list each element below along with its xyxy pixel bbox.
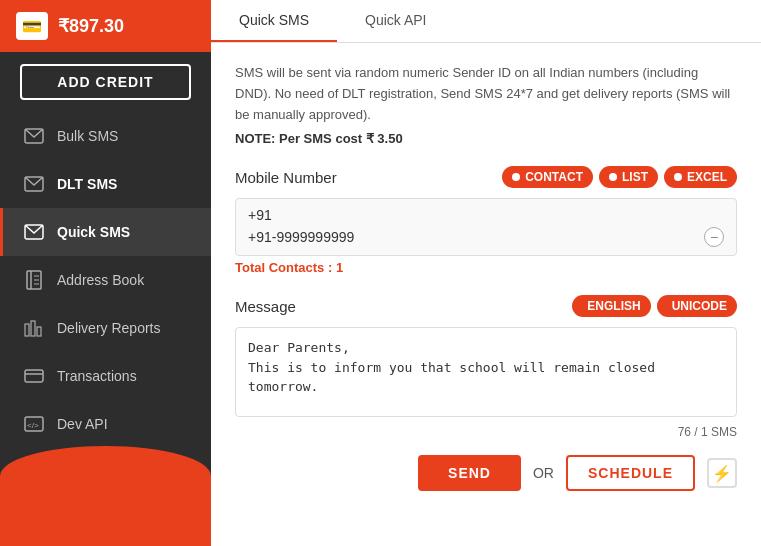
excel-badge-label: EXCEL — [687, 170, 727, 184]
mobile-number-entry-row: +91-9999999999 − — [248, 227, 724, 247]
sidebar-item-delivery-reports[interactable]: Delivery Reports — [0, 304, 211, 352]
delivery-reports-label: Delivery Reports — [57, 320, 160, 336]
bulk-sms-label: Bulk SMS — [57, 128, 118, 144]
sidebar-header: 💳 ₹897.30 — [0, 0, 211, 52]
add-credit-button[interactable]: ADD CREDIT — [20, 64, 191, 100]
sidebar-item-dev-api[interactable]: </> Dev API — [0, 400, 211, 448]
tab-quick-sms[interactable]: Quick SMS — [211, 0, 337, 42]
message-label: Message — [235, 298, 296, 315]
delivery-reports-icon — [23, 317, 45, 339]
info-text: SMS will be sent via random numeric Send… — [235, 63, 737, 125]
content-area: SMS will be sent via random numeric Send… — [211, 43, 761, 546]
list-badge-label: LIST — [622, 170, 648, 184]
tabs-bar: Quick SMS Quick API — [211, 0, 761, 43]
dlt-sms-label: DLT SMS — [57, 176, 117, 192]
actions-row: SEND OR SCHEDULE ⚡ — [235, 455, 737, 491]
dev-api-icon: </> — [23, 413, 45, 435]
contact-radio — [512, 173, 520, 181]
sidebar-item-address-book[interactable]: Address Book — [0, 256, 211, 304]
mobile-input-box: +91 +91-9999999999 − — [235, 198, 737, 256]
contact-badge[interactable]: CONTACT — [502, 166, 593, 188]
list-badge[interactable]: LIST — [599, 166, 658, 188]
quick-sms-icon — [23, 221, 45, 243]
total-contacts: Total Contacts : 1 — [235, 260, 737, 275]
total-contacts-prefix: Total Contacts : — [235, 260, 336, 275]
sidebar-item-quick-sms[interactable]: Quick SMS — [0, 208, 211, 256]
sidebar-item-transactions[interactable]: Transactions — [0, 352, 211, 400]
lang-badge-group: ENGLISH UNICODE — [572, 295, 737, 317]
mobile-number-value: +91-9999999999 — [248, 229, 354, 245]
svg-rect-8 — [25, 324, 29, 336]
mobile-number-row: Mobile Number CONTACT LIST EXCEL — [235, 166, 737, 188]
send-button[interactable]: SEND — [418, 455, 521, 491]
sidebar-item-dlt-sms[interactable]: DLT SMS — [0, 160, 211, 208]
english-badge-label: ENGLISH — [587, 299, 640, 313]
dlt-sms-icon — [23, 173, 45, 195]
unicode-badge-label: UNICODE — [672, 299, 727, 313]
svg-rect-11 — [25, 370, 43, 382]
balance-display: ₹897.30 — [58, 15, 124, 37]
list-radio — [609, 173, 617, 181]
excel-badge[interactable]: EXCEL — [664, 166, 737, 188]
transactions-label: Transactions — [57, 368, 137, 384]
contact-badge-label: CONTACT — [525, 170, 583, 184]
svg-text:</>: </> — [27, 421, 39, 430]
sms-count: 76 / 1 SMS — [235, 425, 737, 439]
mobile-badge-group: CONTACT LIST EXCEL — [502, 166, 737, 188]
dev-api-label: Dev API — [57, 416, 108, 432]
svg-rect-10 — [37, 327, 41, 336]
address-book-label: Address Book — [57, 272, 144, 288]
message-field-row: Message ENGLISH UNICODE — [235, 295, 737, 317]
mobile-prefix: +91 — [248, 207, 724, 223]
english-badge[interactable]: ENGLISH — [572, 295, 650, 317]
tab-quick-api[interactable]: Quick API — [337, 0, 454, 42]
note-text: NOTE: Per SMS cost ₹ 3.50 — [235, 131, 737, 146]
excel-radio — [674, 173, 682, 181]
bulk-sms-icon — [23, 125, 45, 147]
or-text: OR — [533, 465, 554, 481]
address-book-icon — [23, 269, 45, 291]
quick-sms-label: Quick SMS — [57, 224, 130, 240]
schedule-button[interactable]: SCHEDULE — [566, 455, 695, 491]
unicode-badge[interactable]: UNICODE — [657, 295, 737, 317]
sidebar: 💳 ₹897.30 ADD CREDIT Bulk SMS DLT SMS — [0, 0, 211, 546]
total-contacts-value: 1 — [336, 260, 343, 275]
transactions-icon — [23, 365, 45, 387]
main-content: Quick SMS Quick API SMS will be sent via… — [211, 0, 761, 546]
sidebar-item-bulk-sms[interactable]: Bulk SMS — [0, 112, 211, 160]
flash-icon[interactable]: ⚡ — [707, 458, 737, 488]
mobile-number-label: Mobile Number — [235, 169, 337, 186]
svg-rect-9 — [31, 321, 35, 336]
wallet-icon: 💳 — [16, 12, 48, 40]
remove-number-button[interactable]: − — [704, 227, 724, 247]
sidebar-decoration — [0, 446, 211, 546]
message-textarea[interactable]: Dear Parents, This is to inform you that… — [235, 327, 737, 417]
